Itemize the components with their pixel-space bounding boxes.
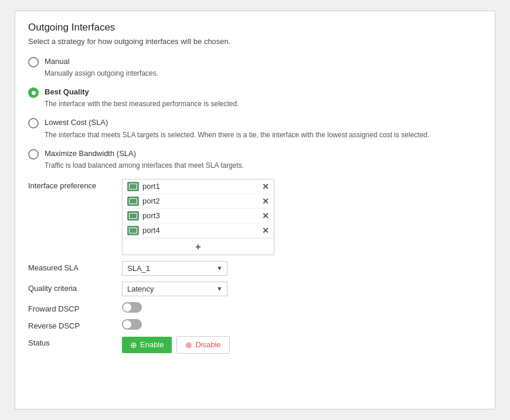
measured-sla-dropdown-wrap: SLA_1 ▼ — [122, 261, 227, 276]
disable-circle-icon: ⊗ — [185, 340, 192, 350]
port1-icon — [127, 182, 139, 191]
enable-label: Enable — [140, 340, 164, 349]
radio-group: Manual Manually assign outgoing interfac… — [28, 56, 482, 171]
enable-button[interactable]: ⊕ Enable — [122, 337, 172, 353]
disable-button[interactable]: ⊗ Disable — [176, 336, 229, 354]
quality-criteria-label: Quality criteria — [28, 282, 122, 293]
radio-item-lowest-cost[interactable]: Lowest Cost (SLA) The interface that mee… — [28, 117, 482, 140]
quality-criteria-row: Quality criteria Latency ▼ — [28, 282, 482, 296]
radio-btn-maximize-bandwidth[interactable] — [28, 149, 39, 160]
measured-sla-row: Measured SLA SLA_1 ▼ — [28, 261, 482, 276]
measured-sla-label: Measured SLA — [28, 261, 122, 272]
port3-icon — [127, 211, 139, 221]
outgoing-interfaces-panel: Outgoing Interfaces Select a strategy fo… — [15, 11, 495, 409]
port3-remove-btn[interactable]: ✕ — [262, 211, 269, 221]
reverse-dscp-row: Reverse DSCP — [28, 319, 482, 330]
forward-dscp-label: Froward DSCP — [28, 302, 122, 313]
radio-item-best-quality[interactable]: Best Quality The interface with the best… — [28, 87, 482, 109]
radio-item-maximize-bandwidth[interactable]: Maximize Bandwidth (SLA) Traffic is load… — [28, 148, 482, 171]
interface-row-port2: port2 ✕ — [123, 194, 274, 209]
radio-btn-lowest-cost[interactable] — [28, 118, 39, 128]
interface-row-port4: port4 ✕ — [123, 223, 274, 238]
reverse-dscp-label: Reverse DSCP — [28, 319, 122, 330]
interface-row-port3: port3 ✕ — [123, 209, 274, 223]
radio-desc-maximize-bandwidth: Traffic is load balanced among interface… — [45, 160, 244, 171]
interface-preference-row: Interface preference port1 ✕ port2 ✕ por… — [28, 179, 482, 255]
add-interface-btn[interactable]: + — [195, 242, 200, 252]
measured-sla-select[interactable]: SLA_1 — [122, 261, 227, 276]
interface-box: port1 ✕ port2 ✕ port3 ✕ port4 ✕ + — [122, 179, 274, 255]
add-interface-row: + — [123, 238, 274, 255]
panel-subtitle: Select a strategy for how outgoing inter… — [28, 37, 482, 46]
panel-title: Outgoing Interfaces — [28, 22, 482, 33]
port2-icon — [127, 197, 139, 206]
interface-preference-label: Interface preference — [28, 179, 122, 190]
port3-name: port3 — [142, 211, 259, 220]
forward-dscp-row: Froward DSCP — [28, 302, 482, 313]
radio-desc-best-quality: The interface with the best measured per… — [45, 99, 239, 109]
radio-btn-best-quality[interactable] — [28, 87, 39, 98]
radio-content-best-quality: Best Quality The interface with the best… — [45, 87, 239, 109]
reverse-dscp-toggle[interactable] — [122, 319, 142, 330]
status-btn-row: ⊕ Enable ⊗ Disable — [122, 336, 230, 354]
radio-desc-lowest-cost: The interface that meets SLA targets is … — [45, 130, 429, 140]
quality-criteria-dropdown-wrap: Latency ▼ — [122, 282, 227, 296]
radio-label-maximize-bandwidth: Maximize Bandwidth (SLA) — [45, 148, 244, 159]
status-label: Status — [28, 336, 122, 347]
port1-remove-btn[interactable]: ✕ — [262, 182, 269, 191]
radio-content-lowest-cost: Lowest Cost (SLA) The interface that mee… — [45, 117, 429, 140]
port4-icon — [127, 226, 139, 235]
radio-label-best-quality: Best Quality — [45, 87, 239, 97]
port4-remove-btn[interactable]: ✕ — [262, 226, 269, 235]
radio-label-lowest-cost: Lowest Cost (SLA) — [45, 117, 429, 128]
port2-name: port2 — [142, 197, 259, 205]
enable-circle-icon: ⊕ — [130, 340, 137, 350]
port4-name: port4 — [142, 226, 259, 235]
port2-remove-btn[interactable]: ✕ — [262, 197, 269, 206]
port1-name: port1 — [142, 182, 259, 191]
radio-label-manual: Manual — [45, 56, 158, 67]
radio-item-manual[interactable]: Manual Manually assign outgoing interfac… — [28, 56, 482, 79]
radio-content-maximize-bandwidth: Maximize Bandwidth (SLA) Traffic is load… — [45, 148, 244, 171]
status-row: Status ⊕ Enable ⊗ Disable — [28, 336, 482, 354]
quality-criteria-select[interactable]: Latency — [122, 282, 227, 296]
radio-content-manual: Manual Manually assign outgoing interfac… — [45, 56, 158, 79]
interface-row-port1: port1 ✕ — [123, 179, 274, 194]
disable-label: Disable — [195, 340, 220, 349]
forward-dscp-toggle[interactable] — [122, 302, 142, 313]
radio-desc-manual: Manually assign outgoing interfaces. — [45, 68, 158, 79]
radio-btn-manual[interactable] — [28, 57, 39, 67]
